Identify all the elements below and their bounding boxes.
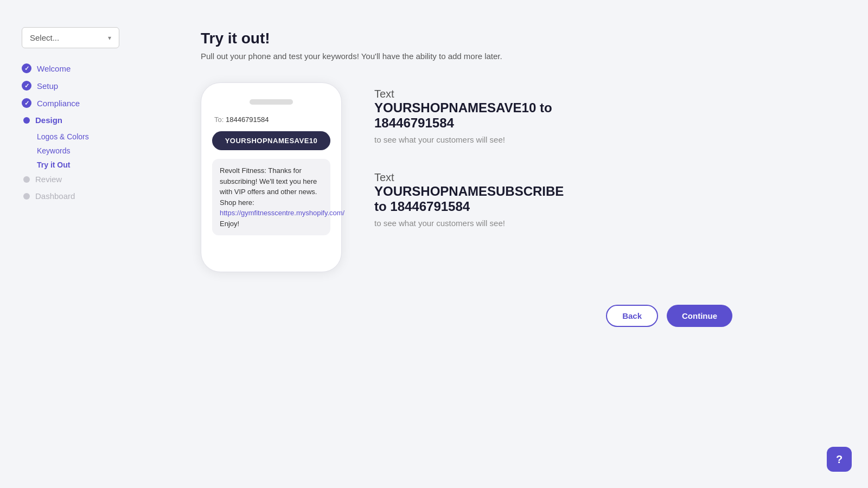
check-icon-setup [22,81,31,91]
help-button[interactable]: ? [827,447,852,472]
sidebar-item-welcome[interactable]: Welcome [22,63,152,73]
sms-link[interactable]: https://gymfitnesscentre.myshopify.com/ [220,209,344,217]
dot-icon-dashboard [23,193,30,200]
sidebar-label-design: Design [35,115,62,125]
nav-list: Welcome Setup Compliance Design Logos & … [22,63,152,201]
sms-end: Enjoy! [220,220,239,228]
sms-text: Revolt Fitness: Thanks for subscribing! … [220,166,317,207]
instruction-keyword-1: YOURSHOPNAMESAVE10 to18446791584 [374,100,564,131]
sidebar-label-dashboard: Dashboard [35,191,75,201]
subnav-label-keywords: Keywords [37,146,70,155]
sidebar-item-review[interactable]: Review [22,175,152,184]
instruction-prefix-2: Text [374,171,564,184]
back-button[interactable]: Back [606,305,658,327]
page-title: Try it out! [201,30,787,47]
phone-mockup: To: 18446791584 YOURSHOPNAMESAVE10 Revol… [201,82,342,272]
subnav-item-keywords[interactable]: Keywords [37,146,152,155]
sidebar-label-review: Review [35,175,62,184]
sidebar-label-welcome: Welcome [37,64,71,73]
instruction-keyword-2: YOURSHOPNAMESUBSCRIBEto 18446791584 [374,184,564,214]
instruction-prefix-1: Text [374,88,564,100]
sidebar-item-compliance[interactable]: Compliance [22,98,152,108]
check-icon-welcome [22,63,31,73]
instruction-cta-1: to see what your customers will see! [374,135,564,144]
help-icon: ? [836,453,843,466]
subnav-label-logos-colors: Logos & Colors [37,132,89,141]
sidebar-item-design[interactable]: Design [22,115,152,125]
sidebar: Select... ▾ Welcome Setup Compliance Des… [0,0,168,488]
footer-buttons: Back Continue [201,305,732,327]
sidebar-label-setup: Setup [37,81,58,91]
phone-to-bar: To: 18446791584 [212,115,330,124]
content-area: To: 18446791584 YOURSHOPNAMESAVE10 Revol… [201,82,787,272]
chevron-down-icon: ▾ [108,34,111,42]
check-icon-compliance [22,98,31,108]
phone-notch [250,99,293,105]
sidebar-label-compliance: Compliance [37,99,80,108]
sms-message: Revolt Fitness: Thanks for subscribing! … [212,159,330,235]
instruction-block-1: Text YOURSHOPNAMESAVE10 to18446791584 to… [374,88,564,144]
instruction-cta-2: to see what your customers will see! [374,219,564,228]
to-label: To: [214,115,224,124]
dot-icon-review [23,176,30,183]
sidebar-item-dashboard[interactable]: Dashboard [22,191,152,201]
select-dropdown[interactable]: Select... ▾ [22,27,119,48]
sidebar-item-setup[interactable]: Setup [22,81,152,91]
phone-number: 18446791584 [226,115,269,124]
subnav-item-try-it-out[interactable]: Try it Out [37,160,152,169]
subnav-design: Logos & Colors Keywords Try it Out [37,132,152,169]
select-placeholder: Select... [30,33,59,42]
main-content: Try it out! Pull out your phone and test… [168,0,819,357]
continue-button[interactable]: Continue [667,305,732,327]
dot-icon-design [23,117,30,124]
subnav-item-logos-colors[interactable]: Logos & Colors [37,132,152,141]
subnav-label-try-it-out: Try it Out [37,160,70,169]
instructions-panel: Text YOURSHOPNAMESAVE10 to18446791584 to… [374,82,564,228]
page-subtitle: Pull out your phone and test your keywor… [201,52,787,61]
keyword-bubble: YOURSHOPNAMESAVE10 [212,131,330,150]
instruction-block-2: Text YOURSHOPNAMESUBSCRIBEto 18446791584… [374,171,564,228]
